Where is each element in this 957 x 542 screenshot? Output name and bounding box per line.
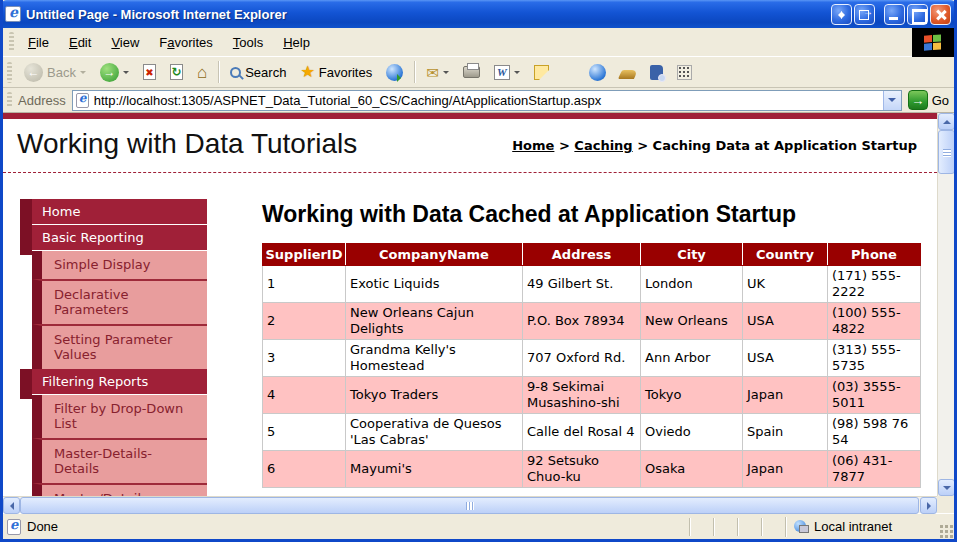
back-dropdown-icon <box>80 71 86 77</box>
cell-city: Osaka <box>641 451 743 488</box>
menu-tools[interactable]: Tools <box>223 32 273 53</box>
breadcrumb-home[interactable]: Home <box>512 138 554 153</box>
table-row: 4Tokyo Traders9-8 Sekimai Musashino-shiT… <box>263 377 921 414</box>
media-button[interactable] <box>380 61 409 84</box>
window-title: Untitled Page - Microsoft Internet Explo… <box>26 7 831 22</box>
sidebar-nav: HomeBasic ReportingSimple DisplayDeclara… <box>20 199 207 496</box>
forward-button[interactable]: → <box>94 60 135 85</box>
status-pane <box>689 518 713 536</box>
sidebar-item-home[interactable]: Home <box>32 199 207 225</box>
breadcrumb-caching[interactable]: Caching <box>574 138 632 153</box>
menu-favorites[interactable]: Favorites <box>149 32 222 53</box>
sidebar-item-filter-by-drop-down-list[interactable]: Filter by Drop-Down List <box>32 395 207 438</box>
toolbar-grip[interactable] <box>7 62 12 83</box>
addon-button-2[interactable] <box>671 62 698 83</box>
print-button[interactable] <box>457 63 486 81</box>
go-button[interactable]: → Go <box>908 90 949 110</box>
menu-view[interactable]: View <box>101 32 149 53</box>
sidebar-item-basic-reporting[interactable]: Basic Reporting <box>32 225 207 251</box>
cell-phone: (98) 598 76 54 <box>828 414 921 451</box>
notes-button[interactable] <box>528 62 555 83</box>
toolbar-separator <box>414 61 415 83</box>
research-button[interactable] <box>644 62 669 83</box>
breadcrumb-separator: > <box>633 138 653 153</box>
sidebar-item-label: Master-Details-Details <box>54 446 152 476</box>
maximize-button[interactable] <box>907 4 928 25</box>
resize-arrows-button[interactable] <box>831 4 852 25</box>
pop-out-button[interactable] <box>854 4 875 25</box>
addon-button-1[interactable] <box>614 62 642 82</box>
search-button[interactable]: Search <box>224 62 292 83</box>
refresh-button[interactable]: ↻ <box>164 61 189 83</box>
cell-supplierid: 6 <box>263 451 346 488</box>
back-button[interactable]: ← Back <box>18 60 92 85</box>
address-input[interactable]: http://localhost:1305/ASPNET_Data_Tutori… <box>72 90 902 111</box>
security-zone-label: Local intranet <box>814 519 892 534</box>
menu-edit[interactable]: Edit <box>59 32 101 53</box>
mail-dropdown-icon <box>443 71 449 77</box>
scroll-down-button[interactable] <box>938 479 955 496</box>
status-page-icon <box>7 519 21 535</box>
sidebar-item-master-detail-across[interactable]: Master/Detail Across <box>32 483 207 496</box>
cell-country: Japan <box>743 377 828 414</box>
addressbar-grip[interactable] <box>7 92 12 109</box>
horizontal-scroll-thumb[interactable] <box>20 497 919 514</box>
scroll-up-button[interactable] <box>938 113 955 130</box>
menu-help[interactable]: Help <box>273 32 320 53</box>
shoe-addon-icon <box>618 70 638 79</box>
scroll-right-button[interactable] <box>920 497 937 514</box>
window-resize-grip[interactable] <box>939 524 954 539</box>
messenger-icon <box>589 64 606 81</box>
sidebar-item-label: Simple Display <box>54 257 150 272</box>
sidebar-item-label: Basic Reporting <box>42 230 144 245</box>
word-icon: W <box>494 65 510 80</box>
page-header: Working with Data Tutorials Home > Cachi… <box>3 119 937 173</box>
table-row: 5Cooperativa de Quesos 'Las Cabras'Calle… <box>263 414 921 451</box>
stop-icon: ✖ <box>143 64 156 80</box>
column-header-country: Country <box>743 244 828 266</box>
windows-flag-icon <box>924 34 942 51</box>
note-icon <box>534 65 549 80</box>
media-globe-icon <box>386 64 403 81</box>
stop-button[interactable]: ✖ <box>137 61 162 83</box>
sidebar-item-setting-parameter-values[interactable]: Setting Parameter Values <box>32 324 207 369</box>
edit-with-word-button[interactable]: W <box>488 62 526 83</box>
back-label: Back <box>47 65 76 80</box>
scroll-left-button[interactable] <box>3 497 20 514</box>
ie-window-icon <box>5 6 21 22</box>
address-dropdown-button[interactable] <box>883 91 901 110</box>
breadcrumb-caching-data-at-application-startup: Caching Data at Application Startup <box>653 138 917 153</box>
sidebar-item-master-details-details[interactable]: Master-Details-Details <box>32 438 207 483</box>
home-button[interactable]: ⌂ <box>191 61 213 84</box>
favorites-button[interactable]: ★ Favorites <box>294 61 378 83</box>
cell-companyname: Grandma Kelly's Homestead <box>346 340 523 377</box>
cell-city: Oviedo <box>641 414 743 451</box>
table-row: 3Grandma Kelly's Homestead707 Oxford Rd.… <box>263 340 921 377</box>
column-header-supplierid: SupplierID <box>263 244 346 266</box>
mail-button[interactable]: ✉ <box>420 62 455 83</box>
menu-grip[interactable] <box>9 32 14 52</box>
sidebar-item-declarative-parameters[interactable]: Declarative Parameters <box>32 279 207 324</box>
status-pane <box>713 518 737 536</box>
mail-icon: ✉ <box>426 65 439 80</box>
sidebar-item-filtering-reports[interactable]: Filtering Reports <box>32 369 207 395</box>
go-icon: → <box>908 90 928 110</box>
standard-toolbar: ← Back → ✖ ↻ ⌂ Search ★ Favorites <box>3 57 954 88</box>
research-icon <box>650 65 663 80</box>
vertical-scroll-thumb[interactable] <box>938 130 955 174</box>
messenger-button[interactable] <box>583 61 612 84</box>
menu-file[interactable]: File <box>18 32 59 53</box>
menu-bar: FileEditViewFavoritesToolsHelp <box>3 28 954 57</box>
minimize-button[interactable] <box>884 4 905 25</box>
horizontal-scrollbar[interactable] <box>3 496 937 513</box>
cell-city: Ann Arbor <box>641 340 743 377</box>
address-bar: Address http://localhost:1305/ASPNET_Dat… <box>3 88 954 113</box>
sidebar-item-simple-display[interactable]: Simple Display <box>32 251 207 279</box>
search-label: Search <box>245 65 286 80</box>
vertical-scrollbar[interactable] <box>937 113 954 496</box>
search-icon <box>230 67 241 78</box>
close-button[interactable] <box>930 4 951 25</box>
cell-country: USA <box>743 340 828 377</box>
back-icon: ← <box>24 63 43 82</box>
cell-city: Tokyo <box>641 377 743 414</box>
